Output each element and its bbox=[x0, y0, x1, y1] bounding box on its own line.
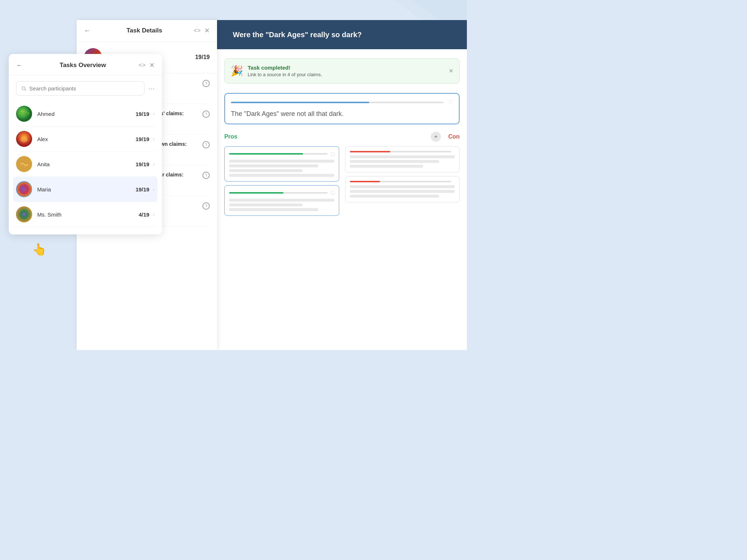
more-options-button[interactable]: ⋯ bbox=[148, 85, 155, 93]
claim-line bbox=[350, 165, 423, 168]
claim-line bbox=[350, 195, 439, 198]
claim-line bbox=[229, 160, 334, 163]
claim-line bbox=[229, 169, 303, 172]
svg-point-12 bbox=[24, 187, 28, 193]
task-5-help-icon[interactable]: ? bbox=[202, 202, 210, 210]
pro-claim-2-header: □ bbox=[229, 190, 334, 196]
hand-cursor-icon: 👆 bbox=[32, 243, 47, 256]
participant-name-alex: Alex bbox=[37, 136, 136, 142]
task-4-help-icon[interactable]: ? bbox=[202, 172, 210, 179]
debate-claim-text: The "Dark Ages" were not all that dark. bbox=[231, 109, 453, 118]
participant-item-anita[interactable]: Anita 19/19 › bbox=[13, 152, 158, 177]
svg-point-13 bbox=[16, 206, 32, 222]
con-claim-2-progress-fill bbox=[350, 181, 380, 182]
participant-score-alex: 19/19 bbox=[136, 136, 150, 142]
task-details-close-button[interactable]: ✕ bbox=[204, 27, 210, 35]
chevron-right-smith: › bbox=[153, 211, 155, 217]
avatar-smith-icon bbox=[16, 206, 32, 222]
con-claim-2-header bbox=[350, 181, 455, 182]
notification-subtitle: Link to a source in 4 of your claims. bbox=[248, 72, 444, 77]
tasks-overview-header: ← Tasks Overview <> ✕ bbox=[9, 54, 162, 75]
debate-input-top: ♡ bbox=[231, 99, 453, 106]
pro-claim-1-progress-fill bbox=[229, 153, 303, 155]
task-2-help-icon[interactable]: ? bbox=[202, 110, 210, 118]
chevron-right-maria: › bbox=[153, 186, 155, 192]
cons-column bbox=[345, 146, 460, 216]
pros-label: Pros bbox=[224, 133, 431, 140]
participant-item-maria[interactable]: Maria 19/19 › bbox=[13, 177, 158, 202]
claim-line bbox=[350, 190, 455, 193]
participant-item-alex[interactable]: Alex 19/19 › bbox=[13, 127, 158, 152]
con-claim-1[interactable] bbox=[345, 146, 460, 172]
cursor: 👆 bbox=[32, 242, 44, 257]
con-claim-1-header bbox=[350, 151, 455, 152]
avatar-ahmed bbox=[16, 106, 32, 122]
chevron-right-alex: › bbox=[153, 136, 155, 142]
debate-progress-bar bbox=[231, 102, 444, 103]
con-claim-2[interactable] bbox=[345, 176, 460, 202]
svg-point-11 bbox=[20, 185, 24, 192]
participant-item-smith[interactable]: Ms. Smith 4/19 › bbox=[13, 202, 158, 227]
svg-point-5 bbox=[16, 106, 32, 122]
task-user-score: 19/19 bbox=[195, 54, 210, 61]
pro-claim-1-lines bbox=[229, 160, 334, 177]
notification-close-button[interactable]: ✕ bbox=[449, 67, 453, 74]
participant-name-ahmed: Ahmed bbox=[37, 111, 136, 117]
participant-list: Ahmed 19/19 › bbox=[9, 101, 162, 227]
heart-icon[interactable]: ♡ bbox=[448, 99, 453, 106]
notification-text: Task completed! Link to a source in 4 of… bbox=[248, 65, 444, 77]
con-claim-1-lines bbox=[350, 155, 455, 168]
participant-item-ahmed[interactable]: Ahmed 19/19 › bbox=[13, 101, 158, 127]
participant-name-maria: Maria bbox=[37, 186, 136, 192]
claim-line bbox=[229, 174, 334, 177]
pro-claim-2[interactable]: □ bbox=[224, 185, 339, 216]
debate-area: ♡ The "Dark Ages" were not all that dark… bbox=[224, 93, 460, 343]
tasks-overview-title: Tasks Overview bbox=[27, 62, 139, 69]
task-details-code-button[interactable]: <> bbox=[194, 27, 201, 34]
tasks-overview-back-button[interactable]: ← bbox=[16, 62, 23, 69]
debate-progress-fill bbox=[231, 102, 369, 103]
search-icon bbox=[22, 86, 26, 91]
notification-title: Task completed! bbox=[248, 65, 444, 71]
add-pro-button[interactable]: + bbox=[431, 132, 441, 142]
participant-score-anita: 19/19 bbox=[136, 161, 150, 167]
columns-header: Pros + Con bbox=[224, 132, 460, 142]
celebration-icon: 🎉 bbox=[231, 65, 243, 77]
task-3-help-icon[interactable]: ? bbox=[202, 141, 210, 148]
con-claim-1-progress-fill bbox=[350, 151, 390, 152]
claim-line bbox=[350, 160, 439, 163]
avatar-anita-icon bbox=[16, 156, 32, 172]
chevron-right-anita: › bbox=[153, 161, 155, 167]
avatar-maria-icon bbox=[17, 181, 31, 197]
task-details-back-button[interactable]: ← bbox=[84, 27, 90, 35]
comment-icon-2[interactable]: □ bbox=[331, 190, 334, 196]
pro-claim-1-header: □ bbox=[229, 151, 334, 157]
claim-line bbox=[229, 164, 318, 167]
avatar-anita bbox=[16, 156, 32, 172]
search-input-wrapper[interactable] bbox=[16, 81, 144, 96]
task-1-help-icon[interactable]: ? bbox=[202, 80, 210, 87]
comment-icon-1[interactable]: □ bbox=[331, 151, 334, 157]
claim-line bbox=[229, 208, 318, 211]
pro-claim-1[interactable]: □ bbox=[224, 146, 339, 182]
cons-label: Con bbox=[448, 133, 460, 140]
con-claim-2-progress-bar bbox=[350, 181, 452, 182]
task-completed-notification: 🎉 Task completed! Link to a source in 4 … bbox=[224, 58, 460, 83]
avatar-alex bbox=[16, 131, 32, 147]
claim-line bbox=[229, 203, 303, 206]
chevron-right-ahmed: › bbox=[153, 111, 155, 117]
pro-claim-2-progress-fill bbox=[229, 192, 283, 194]
con-claim-1-progress-bar bbox=[350, 151, 452, 152]
tasks-overview-close-button[interactable]: ✕ bbox=[149, 61, 155, 69]
tasks-overview-code-button[interactable]: <> bbox=[139, 62, 146, 69]
pro-claim-2-lines bbox=[229, 199, 334, 211]
columns-content: □ □ bbox=[224, 146, 460, 216]
main-content: 🎉 Task completed! Link to a source in 4 … bbox=[217, 20, 467, 350]
participant-name-anita: Anita bbox=[37, 161, 136, 167]
pro-claim-2-progress-bar bbox=[229, 192, 328, 194]
search-participants-input[interactable] bbox=[29, 85, 139, 92]
task-details-header: ← Task Details <> ✕ bbox=[77, 20, 217, 42]
tasks-overview-panel: ← Tasks Overview <> ✕ ⋯ bbox=[9, 54, 162, 234]
search-container: ⋯ bbox=[9, 75, 162, 101]
debate-input-box[interactable]: ♡ The "Dark Ages" were not all that dark… bbox=[224, 93, 460, 124]
